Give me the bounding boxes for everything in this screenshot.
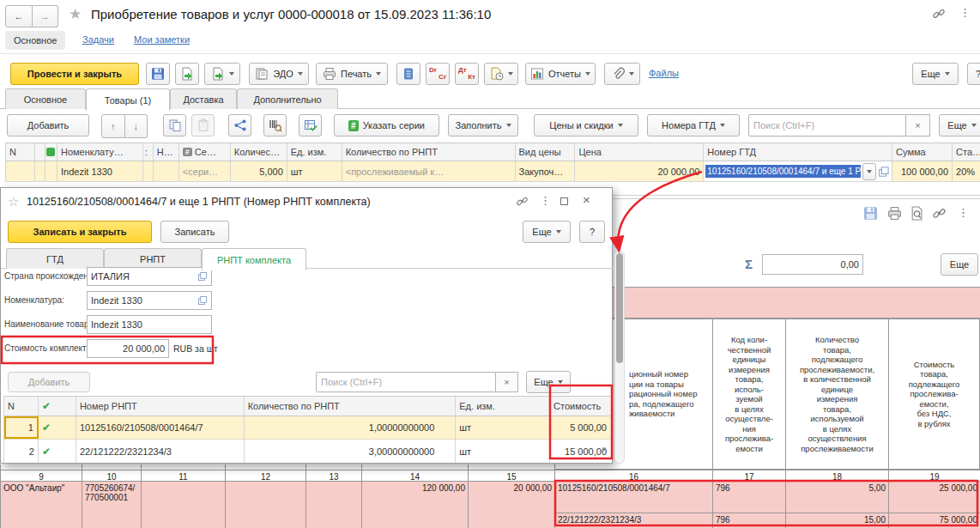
more-menu-icon[interactable]: ⋮ [959,7,971,18]
registers-button[interactable] [396,63,420,85]
dialog-save-close-button[interactable]: Записать и закрыть [8,221,152,243]
form-preview-icon[interactable] [910,206,924,221]
dialog-table-row[interactable]: 2 ✔ 22/121222/2321234/3 3,00000000000 шт… [3,440,610,463]
prices-discounts-button[interactable]: Цены и скидки [534,114,638,137]
dialog-link-icon[interactable] [516,195,529,208]
add-row-button[interactable]: Добавить [7,114,89,137]
paste-button[interactable] [191,114,215,137]
help-button[interactable]: ? [967,63,980,85]
dt-kt-button[interactable]: ДтКт [455,63,479,85]
move-up-button[interactable]: ↑ [101,114,125,138]
col-active[interactable]: ✔ [39,397,76,416]
dialog-maximize-icon[interactable] [560,197,568,205]
clear-search-button[interactable]: × [906,114,930,137]
col-rnpt-qty[interactable]: Количество по РНПТ [342,143,516,161]
dialog-help-button[interactable]: ? [579,221,605,243]
attachments-button[interactable] [604,63,640,85]
col-price-type[interactable]: Вид цены [516,143,576,161]
product-name-field[interactable]: Indezit 1330 [87,315,212,334]
dialog-search-input[interactable] [316,372,496,392]
dialog-table-more-button[interactable]: Еще [526,371,571,393]
cell-gtd[interactable]: 10125160/210508/0001464/7 и еще 1 Р [704,161,892,181]
post-options-button[interactable] [204,63,240,85]
col-cost[interactable]: Стоимость [550,397,610,416]
open-form-icon[interactable] [197,295,208,306]
open-form-icon[interactable] [197,271,208,282]
save-button[interactable] [146,63,170,85]
nav-item-main[interactable]: Основное [5,31,65,50]
col-sum[interactable]: Сумма [892,143,953,161]
col-series[interactable]: #Се… [179,143,231,161]
form-more-button[interactable]: Еще [941,253,978,276]
post-button[interactable] [175,63,199,85]
reports-button[interactable]: Отчеты [525,63,596,85]
col-flag[interactable] [35,143,45,161]
favorite-star-icon[interactable]: ★ [69,5,82,23]
goods-table-row[interactable]: Indezit 1330 <сери… 5,000 шт <прослежива… [5,161,980,182]
dialog-clear-search-button[interactable]: × [496,372,518,392]
copy-button[interactable] [163,114,186,137]
barcode-search-button[interactable] [263,114,287,137]
open-form-icon[interactable] [878,166,890,178]
col-nomenclature[interactable]: Номенклату… [57,143,143,161]
tab-gtd[interactable]: ГТД [6,248,104,269]
fill-button[interactable]: Заполнить [448,114,518,137]
more-button[interactable]: Еще [912,63,959,85]
structure-button[interactable] [228,114,251,137]
dialog-more-button[interactable]: Еще [523,221,571,243]
col-quantity[interactable]: Количес… [231,143,287,161]
document-history-button[interactable] [484,63,518,85]
kit-cost-field[interactable]: 20 000,00 [87,339,169,358]
col-rnpt-qty[interactable]: Количество по РНПТ [245,397,457,416]
tab-delivery[interactable]: Доставка [170,88,237,109]
tab-goods[interactable]: Товары (1) [86,88,170,111]
form-save-icon[interactable] [863,206,878,221]
col-n[interactable]: N [6,143,35,161]
col-unit[interactable]: Ед. изм. [456,397,550,416]
dialog-menu-icon[interactable]: ⋮ [540,195,551,206]
nomenclature-field[interactable]: Indezit 1330 [87,291,212,310]
col-rnpt-number[interactable]: Номер РНПТ [76,397,245,416]
files-link[interactable]: Файлы [649,68,679,78]
country-field[interactable]: ИТАЛИЯ [87,267,212,286]
tab-main[interactable]: Основное [5,88,86,109]
goods-search-input[interactable] [748,114,906,137]
col-unit[interactable]: Ед. изм. [287,143,342,161]
back-button[interactable]: ← [5,5,33,27]
move-down-button[interactable]: ↓ [125,114,148,138]
print-button[interactable]: Печать [316,63,388,85]
set-series-button[interactable]: #Указать серии [334,114,439,137]
col-vat[interactable]: Ста… [953,143,980,161]
tab-rnpt[interactable]: РНПТ [104,248,202,269]
dialog-save-button[interactable]: Записать [160,221,229,243]
edit-selected-button[interactable] [299,114,322,137]
table-scroll-down-icon[interactable]: ▼ [601,446,608,453]
form-more-menu-icon[interactable]: ⋮ [958,207,969,218]
forward-button[interactable]: → [33,5,59,27]
col-characteristic[interactable]: : [143,143,154,161]
form-sum-field[interactable]: 0,00 [762,254,863,275]
dialog-add-button[interactable]: Добавить [8,372,90,392]
get-link-icon[interactable] [932,7,946,21]
gtd-dropdown-button[interactable] [862,163,877,180]
form-print-icon[interactable] [887,206,902,221]
col-price[interactable]: Цена [575,143,704,161]
form-scrollbar-thumb[interactable] [616,253,623,363]
tab-rnpt-kit[interactable]: РНПТ комплекта [202,248,306,270]
col-gtd[interactable]: Номер ГТД [704,143,892,161]
form-link-icon[interactable] [932,206,947,221]
gtd-numbers-button[interactable]: Номера ГТД [647,114,740,137]
edo-button[interactable]: ЭДО [249,63,309,85]
dialog-close-icon[interactable]: × [583,192,590,207]
dialog-favorite-star-icon[interactable]: ☆ [8,194,19,209]
tab-additional[interactable]: Дополнительно [237,88,338,109]
nav-link-tasks[interactable]: Задачи [82,34,114,45]
nav-link-notes[interactable]: Мои заметки [134,34,190,45]
post-and-close-button[interactable]: Провести и закрыть [10,63,139,85]
goods-more-button[interactable]: Еще [939,114,980,137]
col-stock-icon[interactable] [45,143,57,161]
form-scrollbar-track[interactable] [614,251,625,464]
col-n[interactable]: N [4,397,39,416]
col-purpose[interactable]: Н… [154,143,179,161]
dialog-table-row[interactable]: 1 ✔ 10125160/210508/0001464/7 1,00000000… [3,416,610,440]
